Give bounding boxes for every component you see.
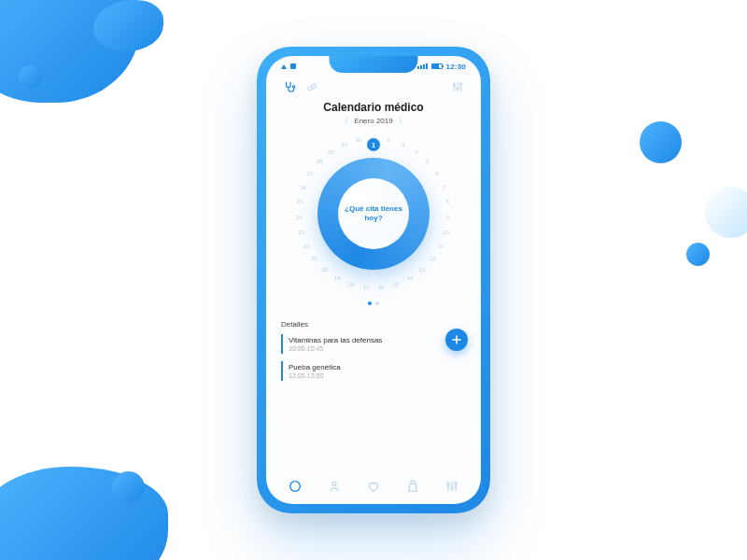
svg-line-2 — [311, 86, 313, 90]
bg-blob — [686, 243, 710, 266]
nav-heart-icon[interactable] — [366, 479, 381, 494]
sliders-icon[interactable] — [451, 80, 464, 93]
bg-blob — [19, 65, 42, 89]
svg-point-0 — [293, 86, 295, 88]
event-time: 12:00-13:00 — [289, 372, 466, 379]
nav-bag-icon[interactable] — [405, 479, 420, 494]
page-dot[interactable] — [375, 301, 379, 305]
top-icon-row — [266, 77, 481, 95]
svg-point-8 — [459, 83, 461, 85]
page-dot[interactable] — [368, 301, 372, 305]
plus-icon — [451, 334, 462, 345]
page-indicator — [266, 300, 481, 311]
bg-blob — [705, 187, 747, 238]
status-time: 12:30 — [446, 63, 466, 71]
status-icon — [281, 64, 287, 69]
add-button[interactable] — [445, 329, 468, 351]
details-heading: Detalles — [281, 320, 466, 329]
bg-blob — [112, 471, 145, 504]
event-item[interactable]: Pueba genética12:00-13:00 — [281, 361, 466, 381]
prev-month-button[interactable]: 〈 — [342, 116, 348, 125]
notch — [330, 56, 418, 73]
nav-settings-icon[interactable] — [444, 479, 459, 494]
bg-blob — [640, 121, 682, 163]
month-label: Enero 2019 — [354, 117, 392, 125]
svg-point-14 — [447, 483, 450, 486]
battery-icon — [431, 63, 443, 69]
dial-center: ¿Qué cita tienes hoy? — [338, 178, 409, 249]
phone-frame: 12:30 Calendario médico 〈 Enero 2019 〉 — [257, 47, 490, 513]
signal-icon — [417, 63, 428, 69]
nav-home-icon[interactable] — [288, 479, 303, 494]
svg-point-6 — [453, 84, 455, 86]
month-nav: 〈 Enero 2019 〉 — [266, 116, 481, 125]
svg-point-7 — [457, 88, 458, 90]
event-title: Vitaminas para las defensas — [289, 336, 466, 344]
calendar-dial[interactable]: 1234567891011121314151617181920212223242… — [266, 127, 481, 300]
dial-ring: ¿Qué cita tienes hoy? — [317, 158, 430, 270]
svg-point-16 — [455, 482, 458, 484]
svg-point-10 — [332, 482, 336, 485]
next-month-button[interactable]: 〉 — [399, 116, 405, 125]
svg-point-9 — [290, 482, 301, 492]
status-icon — [290, 63, 296, 69]
nav-profile-icon[interactable] — [327, 479, 342, 494]
bottom-nav — [266, 472, 481, 504]
page-title: Calendario médico — [266, 101, 481, 114]
selected-day-marker[interactable]: 1 — [367, 138, 380, 151]
event-item[interactable]: Vitaminas para las defensas10:00-10:45 — [281, 334, 466, 354]
stethoscope-icon[interactable] — [283, 80, 296, 93]
dial-prompt: ¿Qué cita tienes hoy? — [344, 204, 403, 222]
event-title: Pueba genética — [289, 363, 466, 371]
pill-icon[interactable] — [305, 80, 318, 93]
screen: 12:30 Calendario médico 〈 Enero 2019 〉 — [266, 56, 481, 504]
svg-point-15 — [451, 487, 454, 490]
event-time: 10:00-10:45 — [289, 345, 466, 352]
